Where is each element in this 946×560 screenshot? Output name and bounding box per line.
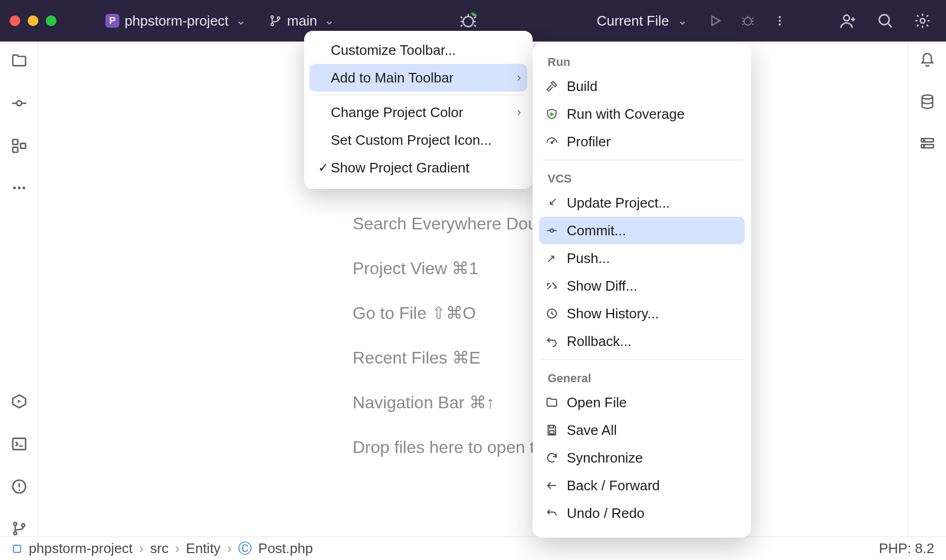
history-icon (544, 306, 559, 321)
submenu-group-title: Run (533, 48, 751, 72)
menu-item-add-to-main-toolbar[interactable]: Add to Main Toolbar › (309, 64, 527, 92)
submenu-item-synchronize[interactable]: Synchronize (533, 444, 751, 472)
menu-item-label: Customize Toolbar... (331, 42, 521, 59)
chevron-down-icon: ⌄ (324, 14, 334, 28)
svg-point-4 (744, 18, 752, 25)
svg-point-2 (278, 17, 280, 19)
settings-gear-icon[interactable] (914, 12, 931, 29)
menu-item-set-project-icon[interactable]: Set Custom Project Icon... (304, 126, 533, 154)
svg-point-24 (21, 524, 25, 527)
submenu-item-label: Show Diff... (567, 278, 637, 294)
left-tool-rail (0, 42, 38, 537)
submenu-item-open-file[interactable]: Open File (533, 389, 751, 416)
more-horiz-icon[interactable] (11, 180, 27, 196)
remote-tool-icon[interactable] (919, 135, 935, 151)
submenu-item-commit[interactable]: Commit... (539, 217, 745, 244)
submenu-item-label: Rollback... (567, 333, 631, 350)
submenu-item-update-project[interactable]: Update Project... (533, 189, 751, 217)
terminal-tool-icon[interactable] (11, 435, 28, 452)
more-vert-icon[interactable] (773, 14, 786, 27)
submenu-item-back-forward[interactable]: Back / Forward (533, 472, 751, 499)
shield-play-icon (544, 106, 559, 121)
class-icon: Ⓒ (238, 539, 252, 558)
problems-tool-icon[interactable] (11, 478, 28, 495)
submenu-item-label: Save All (567, 422, 617, 439)
submenu-item-label: Undo / Redo (567, 505, 645, 522)
submenu-item-label: Open File (567, 394, 627, 411)
menu-item-show-project-gradient[interactable]: ✓Show Project Gradient (304, 154, 533, 182)
project-tool-icon[interactable] (11, 52, 28, 69)
chevron-right-icon: › (517, 105, 521, 119)
submenu-item-show-history[interactable]: Show History... (533, 300, 751, 327)
fullscreen-window-button[interactable] (46, 15, 56, 26)
svg-point-32 (550, 229, 553, 232)
project-selector[interactable]: P phpstorm-project ⌄ (99, 11, 252, 31)
crumb-project: phpstorm-project (29, 540, 133, 557)
back-icon (544, 478, 559, 493)
undo-icon (544, 334, 559, 349)
undo-icon (544, 506, 559, 521)
folder-icon (544, 395, 559, 410)
chevron-right-icon: › (227, 540, 232, 557)
git-branch-selector[interactable]: main ⌄ (264, 11, 339, 31)
save-icon (544, 423, 559, 438)
submenu-item-undo-redo[interactable]: Undo / Redo (533, 499, 751, 527)
menu-item-customize-toolbar[interactable]: Customize Toolbar... (304, 36, 533, 64)
svg-point-21 (18, 489, 20, 491)
chevron-down-icon: ⌄ (236, 14, 246, 28)
project-badge: P (105, 14, 119, 28)
svg-point-10 (920, 19, 925, 23)
add-user-icon[interactable] (839, 12, 857, 29)
project-name: phpstorm-project (125, 13, 229, 29)
svg-rect-12 (13, 139, 18, 144)
structure-tool-icon[interactable] (11, 137, 28, 154)
debug-icon[interactable] (740, 13, 755, 28)
toolbar-right (839, 12, 931, 29)
run-play-icon[interactable] (708, 14, 722, 28)
submenu-item-push[interactable]: Push... (533, 244, 751, 272)
submenu-item-profiler[interactable]: Profiler (533, 128, 751, 155)
submenu-item-label: Synchronize (567, 450, 643, 466)
menu-item-change-project-color[interactable]: Change Project Color › (304, 98, 533, 126)
svg-point-28 (923, 139, 924, 141)
notifications-tool-icon[interactable] (919, 52, 935, 68)
breadcrumbs[interactable]: phpstorm-project › src › Entity › Ⓒ Post… (12, 539, 313, 558)
svg-rect-34 (550, 431, 554, 434)
menu-separator (313, 95, 524, 95)
submenu-group-title: General (533, 364, 751, 389)
crumb-file: Post.php (258, 540, 313, 557)
svg-point-29 (923, 146, 924, 147)
submenu-item-run-coverage[interactable]: Run with Coverage (533, 100, 751, 128)
svg-point-17 (22, 187, 25, 190)
submenu-item-build[interactable]: Build (533, 72, 751, 100)
menu-item-label: Set Custom Project Icon... (331, 132, 521, 149)
services-tool-icon[interactable] (11, 393, 28, 410)
submenu-item-label: Run with Coverage (567, 106, 684, 122)
svg-rect-14 (20, 143, 25, 148)
search-icon[interactable] (877, 12, 894, 29)
close-window-button[interactable] (10, 15, 20, 26)
php-version-indicator[interactable]: PHP: 8.2 (879, 540, 934, 557)
submenu-item-label: Commit... (567, 223, 626, 239)
svg-point-25 (922, 95, 933, 100)
bug-active-icon[interactable] (458, 11, 478, 31)
branch-name: main (287, 13, 317, 29)
chevron-right-icon: › (517, 71, 521, 85)
minimize-window-button[interactable] (28, 15, 38, 26)
submenu-item-save-all[interactable]: Save All (533, 416, 751, 444)
chevron-right-icon: › (175, 540, 180, 557)
menu-item-label: Change Project Color (331, 104, 517, 121)
run-config-selector[interactable]: Current File ⌄ (597, 13, 687, 29)
tip-line: Navigation Bar ⌘↑ (353, 385, 560, 419)
svg-point-31 (551, 142, 553, 144)
svg-point-1 (271, 23, 273, 26)
submenu-item-show-diff[interactable]: Show Diff... (533, 272, 751, 300)
hammer-icon (544, 79, 559, 94)
commit-tool-icon[interactable] (11, 95, 28, 112)
database-tool-icon[interactable] (919, 94, 935, 110)
submenu-item-rollback[interactable]: Rollback... (533, 327, 751, 355)
toolbar-context-menu: Customize Toolbar... Add to Main Toolbar… (304, 31, 533, 189)
menu-item-label: Add to Main Toolbar (331, 70, 517, 86)
git-tool-icon[interactable] (11, 521, 27, 537)
submenu-item-label: Build (567, 78, 598, 95)
